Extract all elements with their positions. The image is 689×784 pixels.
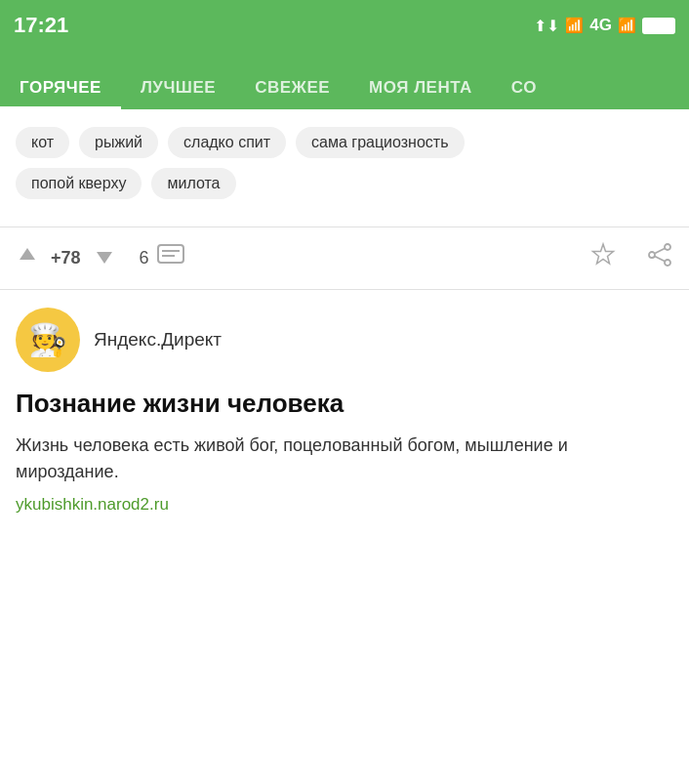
vote-up-button[interactable] — [16, 244, 39, 273]
ad-title: Познание жизни человека — [16, 388, 673, 421]
network-bars-icon: 📶 — [565, 17, 584, 34]
svg-line-7 — [655, 257, 665, 262]
network-type-label: 4G — [589, 16, 612, 35]
tag-milota[interactable]: милота — [151, 168, 235, 199]
tag-kot[interactable]: кот — [16, 127, 69, 158]
status-time: 17:21 — [14, 13, 68, 38]
ad-source-label: Яндекс.Директ — [94, 329, 222, 351]
ad-section: 🧑‍🍳 Яндекс.Директ Познание жизни человек… — [0, 290, 689, 530]
ad-url-link[interactable]: ykubishkin.narod2.ru — [16, 495, 673, 515]
tab-hot[interactable]: ГОРЯЧЕЕ — [0, 64, 121, 109]
status-bar: 17:21 ⬆⬇ 📶 4G 📶 — [0, 0, 689, 51]
svg-point-3 — [665, 244, 670, 250]
battery-icon — [642, 18, 675, 34]
comment-section: 6 — [140, 244, 184, 273]
ad-description: Жизнь человека есть живой бог, поцелован… — [16, 433, 673, 485]
tags-row-2: попой кверху милота — [16, 168, 673, 199]
tag-sladko[interactable]: сладко спит — [168, 127, 286, 158]
tag-popoy[interactable]: попой кверху — [16, 168, 142, 199]
tab-feed[interactable]: МОЯ ЛЕНТА — [349, 64, 492, 109]
tag-gracia[interactable]: сама грациозность — [296, 127, 464, 158]
vote-section: +78 — [16, 244, 116, 273]
tab-fresh[interactable]: СВЕЖЕЕ — [235, 64, 349, 109]
signal-icon: ⬆⬇ — [534, 17, 559, 35]
avatar-emoji: 🧑‍🍳 — [28, 321, 67, 358]
avatar: 🧑‍🍳 — [16, 308, 80, 372]
tab-best[interactable]: ЛУЧШЕЕ — [121, 64, 235, 109]
tags-section: кот рыжий сладко спит сама грациозность … — [0, 109, 689, 217]
svg-rect-0 — [158, 245, 183, 263]
tags-row-1: кот рыжий сладко спит сама грациозность — [16, 127, 673, 158]
tab-co[interactable]: СО — [492, 64, 556, 109]
svg-point-5 — [665, 260, 670, 266]
vote-down-button[interactable] — [93, 244, 116, 273]
action-bar: +78 6 — [0, 227, 689, 289]
tag-ryzhy[interactable]: рыжий — [79, 127, 158, 158]
vote-count: +78 — [51, 248, 81, 268]
network-bars2-icon: 📶 — [618, 17, 636, 34]
navigation-tabs: ГОРЯЧЕЕ ЛУЧШЕЕ СВЕЖЕЕ МОЯ ЛЕНТА СО — [0, 51, 689, 109]
svg-line-6 — [655, 249, 665, 254]
ad-header: 🧑‍🍳 Яндекс.Директ — [16, 308, 673, 372]
star-button[interactable] — [589, 241, 617, 275]
svg-point-4 — [649, 252, 655, 258]
comment-icon[interactable] — [157, 244, 184, 273]
status-icons: ⬆⬇ 📶 4G 📶 — [534, 16, 675, 35]
comment-count: 6 — [140, 248, 149, 268]
share-button[interactable] — [646, 241, 673, 275]
